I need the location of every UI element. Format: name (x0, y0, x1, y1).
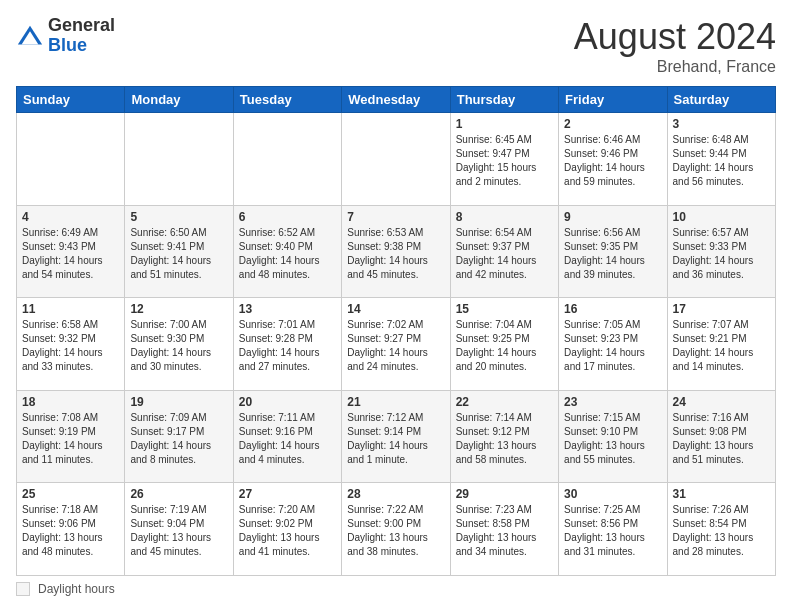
day-number: 29 (456, 487, 553, 501)
day-info: Sunrise: 7:22 AM Sunset: 9:00 PM Dayligh… (347, 503, 444, 559)
day-number: 5 (130, 210, 227, 224)
logo-text: General Blue (48, 16, 115, 56)
calendar-cell: 9Sunrise: 6:56 AM Sunset: 9:35 PM Daylig… (559, 205, 667, 298)
calendar-cell: 22Sunrise: 7:14 AM Sunset: 9:12 PM Dayli… (450, 390, 558, 483)
day-info: Sunrise: 7:23 AM Sunset: 8:58 PM Dayligh… (456, 503, 553, 559)
day-info: Sunrise: 6:56 AM Sunset: 9:35 PM Dayligh… (564, 226, 661, 282)
calendar-cell: 3Sunrise: 6:48 AM Sunset: 9:44 PM Daylig… (667, 113, 775, 206)
day-info: Sunrise: 6:54 AM Sunset: 9:37 PM Dayligh… (456, 226, 553, 282)
day-number: 4 (22, 210, 119, 224)
day-info: Sunrise: 7:00 AM Sunset: 9:30 PM Dayligh… (130, 318, 227, 374)
day-number: 11 (22, 302, 119, 316)
day-number: 24 (673, 395, 770, 409)
calendar-cell: 27Sunrise: 7:20 AM Sunset: 9:02 PM Dayli… (233, 483, 341, 576)
weekday-header-saturday: Saturday (667, 87, 775, 113)
week-row-1: 1Sunrise: 6:45 AM Sunset: 9:47 PM Daylig… (17, 113, 776, 206)
day-number: 17 (673, 302, 770, 316)
calendar-cell: 2Sunrise: 6:46 AM Sunset: 9:46 PM Daylig… (559, 113, 667, 206)
day-info: Sunrise: 6:53 AM Sunset: 9:38 PM Dayligh… (347, 226, 444, 282)
day-number: 16 (564, 302, 661, 316)
day-number: 15 (456, 302, 553, 316)
calendar-cell: 21Sunrise: 7:12 AM Sunset: 9:14 PM Dayli… (342, 390, 450, 483)
week-row-2: 4Sunrise: 6:49 AM Sunset: 9:43 PM Daylig… (17, 205, 776, 298)
calendar-cell: 24Sunrise: 7:16 AM Sunset: 9:08 PM Dayli… (667, 390, 775, 483)
day-info: Sunrise: 7:12 AM Sunset: 9:14 PM Dayligh… (347, 411, 444, 467)
day-number: 23 (564, 395, 661, 409)
week-row-4: 18Sunrise: 7:08 AM Sunset: 9:19 PM Dayli… (17, 390, 776, 483)
day-number: 14 (347, 302, 444, 316)
day-number: 19 (130, 395, 227, 409)
week-row-3: 11Sunrise: 6:58 AM Sunset: 9:32 PM Dayli… (17, 298, 776, 391)
weekday-header-row: SundayMondayTuesdayWednesdayThursdayFrid… (17, 87, 776, 113)
calendar-cell: 16Sunrise: 7:05 AM Sunset: 9:23 PM Dayli… (559, 298, 667, 391)
day-info: Sunrise: 7:02 AM Sunset: 9:27 PM Dayligh… (347, 318, 444, 374)
daylight-label: Daylight hours (38, 582, 115, 596)
day-number: 9 (564, 210, 661, 224)
calendar-cell (125, 113, 233, 206)
calendar-table: SundayMondayTuesdayWednesdayThursdayFrid… (16, 86, 776, 576)
calendar-cell (17, 113, 125, 206)
calendar-cell: 13Sunrise: 7:01 AM Sunset: 9:28 PM Dayli… (233, 298, 341, 391)
weekday-header-thursday: Thursday (450, 87, 558, 113)
weekday-header-tuesday: Tuesday (233, 87, 341, 113)
day-number: 28 (347, 487, 444, 501)
day-number: 31 (673, 487, 770, 501)
calendar-cell: 5Sunrise: 6:50 AM Sunset: 9:41 PM Daylig… (125, 205, 233, 298)
day-number: 20 (239, 395, 336, 409)
day-info: Sunrise: 7:18 AM Sunset: 9:06 PM Dayligh… (22, 503, 119, 559)
calendar-cell: 11Sunrise: 6:58 AM Sunset: 9:32 PM Dayli… (17, 298, 125, 391)
month-title: August 2024 (574, 16, 776, 58)
day-info: Sunrise: 7:08 AM Sunset: 9:19 PM Dayligh… (22, 411, 119, 467)
day-info: Sunrise: 7:26 AM Sunset: 8:54 PM Dayligh… (673, 503, 770, 559)
page: General Blue August 2024 Brehand, France… (0, 0, 792, 612)
logo-general-text: General (48, 16, 115, 36)
calendar-cell (342, 113, 450, 206)
day-number: 7 (347, 210, 444, 224)
day-number: 13 (239, 302, 336, 316)
calendar-cell: 10Sunrise: 6:57 AM Sunset: 9:33 PM Dayli… (667, 205, 775, 298)
day-number: 8 (456, 210, 553, 224)
day-info: Sunrise: 7:19 AM Sunset: 9:04 PM Dayligh… (130, 503, 227, 559)
day-info: Sunrise: 7:15 AM Sunset: 9:10 PM Dayligh… (564, 411, 661, 467)
weekday-header-friday: Friday (559, 87, 667, 113)
day-number: 3 (673, 117, 770, 131)
calendar-cell: 1Sunrise: 6:45 AM Sunset: 9:47 PM Daylig… (450, 113, 558, 206)
calendar-cell: 19Sunrise: 7:09 AM Sunset: 9:17 PM Dayli… (125, 390, 233, 483)
footer: Daylight hours (16, 582, 776, 596)
weekday-header-wednesday: Wednesday (342, 87, 450, 113)
day-number: 25 (22, 487, 119, 501)
day-info: Sunrise: 6:48 AM Sunset: 9:44 PM Dayligh… (673, 133, 770, 189)
day-info: Sunrise: 7:16 AM Sunset: 9:08 PM Dayligh… (673, 411, 770, 467)
calendar-cell: 4Sunrise: 6:49 AM Sunset: 9:43 PM Daylig… (17, 205, 125, 298)
day-info: Sunrise: 6:52 AM Sunset: 9:40 PM Dayligh… (239, 226, 336, 282)
day-info: Sunrise: 7:09 AM Sunset: 9:17 PM Dayligh… (130, 411, 227, 467)
day-info: Sunrise: 6:50 AM Sunset: 9:41 PM Dayligh… (130, 226, 227, 282)
day-info: Sunrise: 7:25 AM Sunset: 8:56 PM Dayligh… (564, 503, 661, 559)
calendar-cell: 23Sunrise: 7:15 AM Sunset: 9:10 PM Dayli… (559, 390, 667, 483)
day-info: Sunrise: 6:49 AM Sunset: 9:43 PM Dayligh… (22, 226, 119, 282)
day-number: 6 (239, 210, 336, 224)
calendar-cell: 29Sunrise: 7:23 AM Sunset: 8:58 PM Dayli… (450, 483, 558, 576)
day-info: Sunrise: 6:58 AM Sunset: 9:32 PM Dayligh… (22, 318, 119, 374)
location: Brehand, France (574, 58, 776, 76)
logo-blue-text: Blue (48, 36, 115, 56)
calendar-cell: 20Sunrise: 7:11 AM Sunset: 9:16 PM Dayli… (233, 390, 341, 483)
week-row-5: 25Sunrise: 7:18 AM Sunset: 9:06 PM Dayli… (17, 483, 776, 576)
weekday-header-monday: Monday (125, 87, 233, 113)
calendar-cell: 8Sunrise: 6:54 AM Sunset: 9:37 PM Daylig… (450, 205, 558, 298)
calendar-cell: 6Sunrise: 6:52 AM Sunset: 9:40 PM Daylig… (233, 205, 341, 298)
day-info: Sunrise: 7:04 AM Sunset: 9:25 PM Dayligh… (456, 318, 553, 374)
calendar-cell: 18Sunrise: 7:08 AM Sunset: 9:19 PM Dayli… (17, 390, 125, 483)
logo-icon (16, 22, 44, 50)
calendar-cell: 25Sunrise: 7:18 AM Sunset: 9:06 PM Dayli… (17, 483, 125, 576)
weekday-header-sunday: Sunday (17, 87, 125, 113)
calendar-cell: 31Sunrise: 7:26 AM Sunset: 8:54 PM Dayli… (667, 483, 775, 576)
calendar-cell: 15Sunrise: 7:04 AM Sunset: 9:25 PM Dayli… (450, 298, 558, 391)
day-info: Sunrise: 7:07 AM Sunset: 9:21 PM Dayligh… (673, 318, 770, 374)
day-info: Sunrise: 7:11 AM Sunset: 9:16 PM Dayligh… (239, 411, 336, 467)
calendar-cell: 28Sunrise: 7:22 AM Sunset: 9:00 PM Dayli… (342, 483, 450, 576)
calendar-cell: 7Sunrise: 6:53 AM Sunset: 9:38 PM Daylig… (342, 205, 450, 298)
day-number: 26 (130, 487, 227, 501)
calendar-cell: 14Sunrise: 7:02 AM Sunset: 9:27 PM Dayli… (342, 298, 450, 391)
calendar-cell: 12Sunrise: 7:00 AM Sunset: 9:30 PM Dayli… (125, 298, 233, 391)
